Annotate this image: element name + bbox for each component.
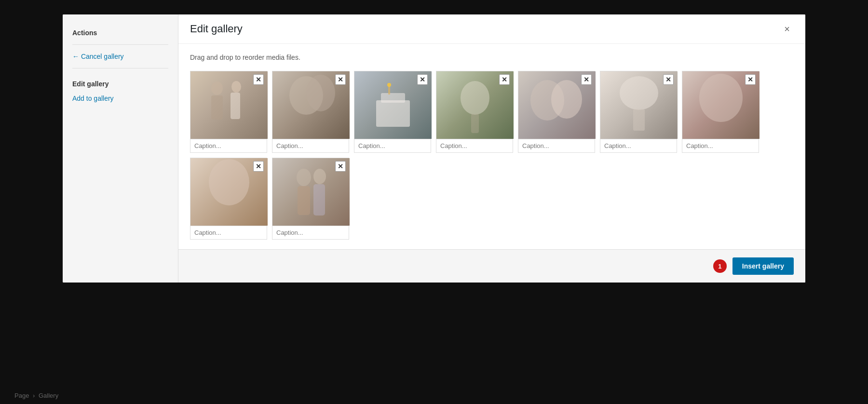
svg-point-21 [313,169,326,184]
gallery-item[interactable]: ✕ [354,71,431,153]
svg-point-17 [699,74,743,122]
sidebar-divider-1 [72,44,168,45]
gallery-item[interactable]: ✕ [682,71,759,153]
main-content: Edit gallery × Drag and drop to reorder … [178,14,805,283]
modal-overlay: Actions ← Cancel gallery Edit gallery Ad… [0,0,868,404]
svg-point-10 [387,83,391,87]
gallery-item-remove-button[interactable]: ✕ [745,74,756,85]
gallery-item-remove-button[interactable]: ✕ [581,74,592,85]
sidebar-actions-title: Actions [63,24,178,40]
gallery-item-remove-button[interactable]: ✕ [417,74,428,85]
svg-rect-7 [376,100,410,127]
cancel-gallery-link[interactable]: ← Cancel gallery [63,49,178,64]
svg-rect-12 [471,114,479,133]
svg-point-3 [231,81,241,93]
gallery-item-remove-button[interactable]: ✕ [499,74,510,85]
svg-rect-16 [633,109,645,131]
insert-gallery-button[interactable]: Insert gallery [732,257,794,275]
gallery-item-caption-input[interactable] [682,139,759,152]
svg-rect-2 [211,95,223,120]
svg-point-6 [306,75,335,111]
gallery-item-caption-input[interactable] [518,139,595,152]
gallery-item-remove-button[interactable]: ✕ [335,74,346,85]
sidebar-edit-gallery-title: Edit gallery [63,72,178,92]
selection-badge: 1 [713,259,727,273]
gallery-item-caption-input[interactable] [272,226,349,239]
svg-point-15 [620,76,658,110]
svg-point-19 [297,169,311,186]
sidebar: Actions ← Cancel gallery Edit gallery Ad… [63,14,178,283]
gallery-item[interactable]: ✕ [518,71,595,153]
svg-point-18 [209,159,249,205]
drag-hint: Drag and drop to reorder media files. [190,54,794,61]
modal-footer: 1 Insert gallery [178,249,805,283]
gallery-item-remove-button[interactable]: ✕ [253,74,264,85]
gallery-item-caption-input[interactable] [272,139,349,152]
gallery-item[interactable]: ✕ [272,71,349,153]
gallery-item-caption-input[interactable] [600,139,677,152]
svg-point-1 [211,81,223,95]
gallery-item[interactable]: ✕ [600,71,677,153]
modal-close-button[interactable]: × [780,22,794,36]
modal-header: Edit gallery × [178,14,805,44]
gallery-item[interactable]: ✕ [436,71,513,153]
svg-rect-9 [388,86,390,94]
gallery-item[interactable]: ✕ [190,158,267,240]
gallery-item[interactable]: ✕ [272,158,349,240]
gallery-item-remove-button[interactable]: ✕ [335,161,346,172]
modal-container: Actions ← Cancel gallery Edit gallery Ad… [63,14,805,283]
gallery-grid: ✕ ✕ ✕ ✕ ✕ ✕ ✕ ✕ ✕ [190,71,794,240]
svg-rect-20 [298,186,310,215]
add-to-gallery-link[interactable]: Add to gallery [63,92,178,105]
modal-title: Edit gallery [190,23,243,35]
gallery-body: Drag and drop to reorder media files. ✕ … [178,44,805,249]
gallery-item[interactable]: ✕ [190,71,267,153]
gallery-item-remove-button[interactable]: ✕ [663,74,674,85]
gallery-item-caption-input[interactable] [190,226,267,239]
svg-rect-4 [231,93,240,119]
gallery-item-caption-input[interactable] [354,139,431,152]
svg-point-14 [551,80,582,119]
gallery-item-caption-input[interactable] [436,139,513,152]
svg-rect-22 [313,184,325,215]
gallery-item-caption-input[interactable] [190,139,267,152]
gallery-item-remove-button[interactable]: ✕ [253,161,264,172]
svg-point-11 [461,81,489,115]
sidebar-divider-2 [72,68,168,68]
svg-rect-8 [381,93,405,103]
